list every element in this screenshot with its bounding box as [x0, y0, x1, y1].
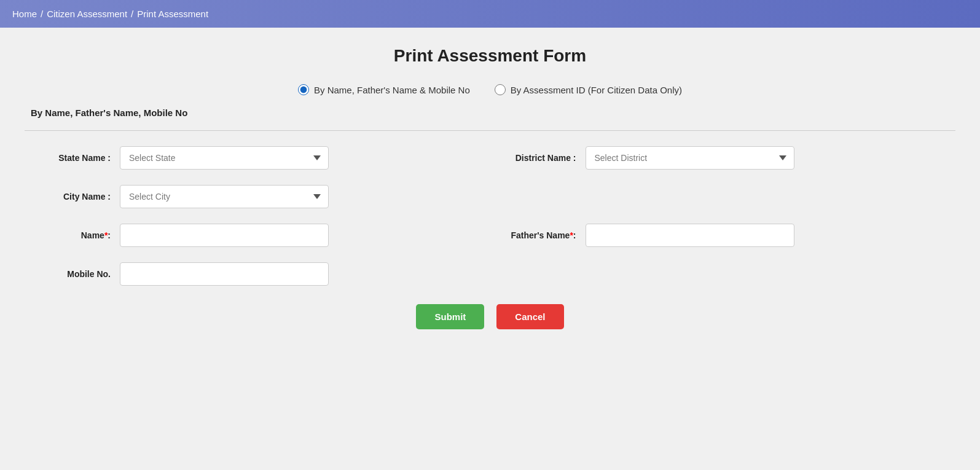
radio-group: By Name, Father's Name & Mobile No By As… [25, 84, 955, 95]
breadcrumb-sep1: / [41, 9, 43, 19]
radio-option-assessment-id[interactable]: By Assessment ID (For Citizen Data Only) [495, 84, 682, 95]
state-district-row: State Name : Select State District Name … [37, 146, 943, 170]
fathers-name-group: Father's Name*: [503, 224, 944, 247]
city-label: City Name : [37, 192, 111, 202]
city-row: City Name : Select City [37, 185, 943, 208]
breadcrumb-citizen-assessment[interactable]: Citizen Assessment [47, 9, 127, 19]
radio-by-id-label: By Assessment ID (For Citizen Data Only) [511, 85, 682, 95]
section-title: By Name, Father's Name, Mobile No [25, 108, 955, 118]
submit-button[interactable]: Submit [416, 304, 484, 329]
mobile-group: Mobile No. [37, 262, 478, 286]
state-select[interactable]: Select State [120, 146, 329, 170]
radio-by-name-label: By Name, Father's Name & Mobile No [314, 85, 470, 95]
breadcrumb-home[interactable]: Home [12, 9, 37, 19]
city-select[interactable]: Select City [120, 185, 329, 208]
breadcrumb-print-assessment[interactable]: Print Assessment [137, 9, 208, 19]
form-container: State Name : Select State District Name … [25, 140, 955, 335]
city-group: City Name : Select City [37, 185, 478, 208]
main-content: Print Assessment Form By Name, Father's … [0, 28, 980, 354]
mobile-row: Mobile No. [37, 262, 943, 286]
state-group: State Name : Select State [37, 146, 478, 170]
name-label: Name*: [37, 230, 111, 240]
fathers-name-input[interactable] [586, 224, 794, 247]
section-divider [25, 130, 955, 131]
button-row: Submit Cancel [37, 304, 943, 329]
name-row: Name*: Father's Name*: [37, 224, 943, 247]
radio-by-name[interactable] [298, 84, 309, 95]
page-title: Print Assessment Form [25, 46, 955, 66]
mobile-label: Mobile No. [37, 269, 111, 279]
name-input[interactable] [120, 224, 329, 247]
cancel-button[interactable]: Cancel [496, 304, 563, 329]
district-group: District Name : Select District [503, 146, 944, 170]
header-bar: Home / Citizen Assessment / Print Assess… [0, 0, 980, 28]
state-label: State Name : [37, 153, 111, 163]
name-group: Name*: [37, 224, 478, 247]
radio-option-name[interactable]: By Name, Father's Name & Mobile No [298, 84, 470, 95]
fathers-name-label: Father's Name*: [503, 230, 576, 240]
district-select[interactable]: Select District [586, 146, 794, 170]
radio-by-id[interactable] [495, 84, 506, 95]
breadcrumb: Home / Citizen Assessment / Print Assess… [12, 9, 968, 19]
district-label: District Name : [503, 153, 576, 163]
breadcrumb-sep2: / [131, 9, 133, 19]
mobile-input[interactable] [120, 262, 329, 286]
